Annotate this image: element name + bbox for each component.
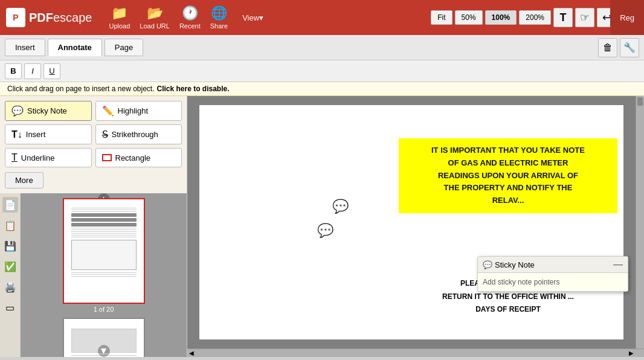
- tool-sticky-note-label: Sticky Note: [27, 106, 67, 115]
- tool-underline-label: Underline: [21, 153, 55, 162]
- left-sidebar: 📄 📋 💾 ✅ 🖨️ ▭: [0, 193, 21, 357]
- sticky-note-icon: 💬: [11, 105, 24, 117]
- main-area: 💬 Sticky Note ✏️ Highlight T↓ Insert S̶ …: [0, 96, 644, 357]
- bold-btn[interactable]: B: [5, 63, 22, 79]
- tool-highlight-label: Highlight: [118, 106, 149, 115]
- logo-icon: P: [6, 8, 25, 27]
- left-panel: 💬 Sticky Note ✏️ Highlight T↓ Insert S̶ …: [0, 96, 187, 357]
- notif-text: Click and drag on page to insert a new o…: [7, 85, 154, 93]
- view-dropdown[interactable]: View▾: [242, 13, 263, 22]
- thumb-img-1: [63, 198, 145, 304]
- pdf-main: 💬 💬 IT IS IMPORTANT THAT YOU TAKE NOTE O…: [187, 96, 636, 349]
- tool-highlight[interactable]: ✏️ Highlight: [95, 101, 182, 121]
- text-tool-btn[interactable]: T: [553, 8, 573, 27]
- below-line3: DAYS OF RECEIPT: [399, 303, 617, 317]
- insert-icon: T↓: [11, 129, 22, 140]
- pdf-page: 💬 💬 IT IS IMPORTANT THAT YOU TAKE NOTE O…: [199, 105, 623, 339]
- sidebar-doc-icon[interactable]: 📄: [2, 197, 18, 213]
- content-inner: 💬 💬 IT IS IMPORTANT THAT YOU TAKE NOTE O…: [187, 96, 644, 349]
- share-label: Share: [210, 22, 228, 30]
- sticky-popup-close[interactable]: —: [613, 259, 623, 270]
- italic-btn[interactable]: I: [24, 63, 41, 79]
- highlight-text-line3: READINGS UPON YOUR ARRIVAL OF: [438, 171, 578, 180]
- format-toolbar: B I U: [0, 60, 644, 82]
- logo-text: PDFescape: [29, 10, 92, 25]
- highlight-text-line1: IT IS IMPORTANT THAT YOU TAKE NOTE: [431, 146, 585, 155]
- notif-link[interactable]: Click here to disable.: [156, 85, 229, 93]
- load-url-tool[interactable]: 📂 Load URL: [140, 5, 170, 30]
- strikethrough-icon: S̶: [102, 129, 108, 140]
- underline-tool-icon: T: [11, 152, 18, 163]
- hand-tool-btn[interactable]: ☞: [575, 8, 594, 27]
- thumb-label-1: 1 of 20: [94, 306, 114, 313]
- thumbnail-panel: 📄 📋 💾 ✅ 🖨️ ▭ ▲: [0, 193, 187, 357]
- content-wrapper: 💬 💬 IT IS IMPORTANT THAT YOU TAKE NOTE O…: [187, 96, 644, 357]
- zoom-100-btn[interactable]: 100%: [485, 10, 517, 25]
- sticky-popup-icon: 💬: [483, 260, 492, 269]
- underline-btn[interactable]: U: [43, 63, 60, 79]
- thumb-page-1[interactable]: 1 of 20: [25, 198, 182, 313]
- settings-btn[interactable]: 🔧: [620, 38, 639, 57]
- delete-btn[interactable]: 🗑: [598, 38, 617, 57]
- highlight-block: IT IS IMPORTANT THAT YOU TAKE NOTE OF GA…: [399, 138, 617, 213]
- scroll-down-arrow[interactable]: ▼: [98, 345, 110, 357]
- sticky-popup-body: Add sticky note pointers: [478, 273, 628, 291]
- annotate-tools: 💬 Sticky Note ✏️ Highlight T↓ Insert S̶ …: [0, 96, 187, 172]
- notification-bar: Click and drag on page to insert a new o…: [0, 82, 644, 96]
- sticky-popup-title: 💬 Sticky Note: [483, 260, 535, 269]
- sticky-note-1[interactable]: 💬: [332, 199, 349, 214]
- scroll-left-btn[interactable]: ◀: [187, 349, 196, 357]
- highlight-icon: ✏️: [102, 105, 114, 117]
- tab-insert[interactable]: Insert: [5, 39, 45, 56]
- scroll-corner: [636, 349, 644, 357]
- thumbnail-scroll[interactable]: ▲: [21, 193, 187, 357]
- tool-insert[interactable]: T↓ Insert: [5, 124, 92, 144]
- below-line2: RETURN IT TO THE OFFICE WITHIN ...: [399, 291, 617, 304]
- tool-underline[interactable]: T Underline: [5, 148, 92, 167]
- highlight-text-line4: THE PROPERTY AND NOTIFY THE: [444, 183, 573, 192]
- tool-rectangle-label: Rectangle: [115, 153, 151, 162]
- tool-strikethrough-label: Strikethrough: [112, 130, 158, 139]
- h-scrollbar-row: ◀ ▶: [187, 349, 644, 357]
- rectangle-icon: [102, 154, 112, 161]
- sidebar-check-icon[interactable]: ✅: [2, 259, 18, 274]
- recent-icon: 🕐: [182, 5, 198, 21]
- vertical-scrollbar[interactable]: [636, 96, 644, 349]
- zoom-200-btn[interactable]: 200%: [519, 10, 551, 25]
- upload-tool[interactable]: 📁 Upload: [109, 5, 130, 30]
- top-bar: P PDFescape 📁 Upload 📂 Load URL 🕐 Recent…: [0, 0, 644, 35]
- sidebar-rect-icon[interactable]: ▭: [2, 300, 18, 315]
- toolbar-tabs: Insert Annotate Page 🗑 🔧: [0, 35, 644, 60]
- tool-insert-label: Insert: [26, 130, 46, 139]
- fit-btn[interactable]: Fit: [431, 10, 452, 25]
- recent-label: Recent: [179, 22, 201, 30]
- sticky-note-popup: 💬 Sticky Note — Add sticky note pointers: [477, 256, 628, 292]
- load-url-icon: 📂: [147, 5, 163, 21]
- tab-page[interactable]: Page: [105, 39, 143, 56]
- scroll-right-btn[interactable]: ▶: [627, 349, 636, 357]
- register-area: Reg: [610, 0, 644, 35]
- more-button[interactable]: More: [5, 172, 43, 188]
- sticky-popup-body-text: Add sticky note pointers: [483, 278, 559, 286]
- sidebar-pages-icon[interactable]: 📋: [2, 217, 18, 233]
- highlight-text-line5: RELAV...: [492, 196, 524, 205]
- upload-icon: 📁: [111, 5, 127, 21]
- share-tool[interactable]: 🌐 Share: [210, 5, 228, 30]
- tool-rectangle[interactable]: Rectangle: [95, 148, 182, 167]
- sticky-note-2[interactable]: 💬: [317, 223, 333, 239]
- logo: P PDFescape: [6, 8, 92, 27]
- zoom-50-btn[interactable]: 50%: [455, 10, 483, 25]
- upload-label: Upload: [109, 22, 130, 30]
- horizontal-scrollbar[interactable]: [196, 349, 627, 357]
- sticky-popup-title-text: Sticky Note: [495, 260, 535, 269]
- share-icon: 🌐: [211, 5, 227, 21]
- tab-annotate[interactable]: Annotate: [48, 39, 102, 56]
- tool-strikethrough[interactable]: S̶ Strikethrough: [95, 124, 182, 144]
- recent-tool[interactable]: 🕐 Recent: [179, 5, 201, 30]
- sticky-popup-header: 💬 Sticky Note —: [478, 257, 628, 273]
- sidebar-save-icon[interactable]: 💾: [2, 238, 18, 254]
- load-url-label: Load URL: [140, 22, 170, 30]
- register-label: Reg: [620, 13, 634, 22]
- tool-sticky-note[interactable]: 💬 Sticky Note: [5, 101, 92, 121]
- sidebar-print-icon[interactable]: 🖨️: [2, 279, 18, 295]
